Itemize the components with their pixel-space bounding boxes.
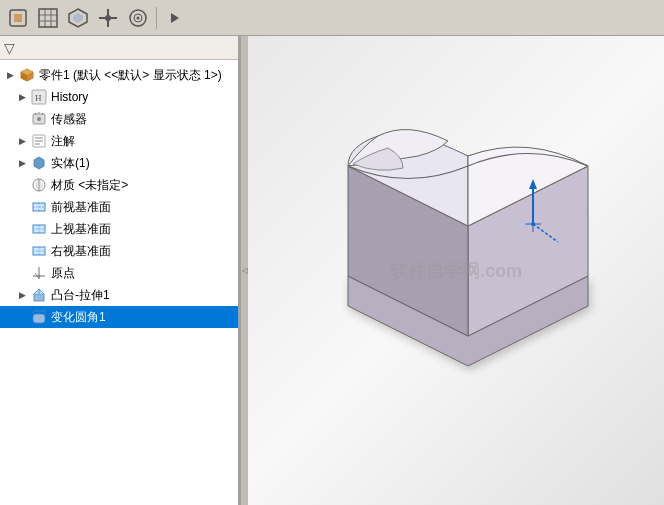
svg-rect-43 xyxy=(33,314,45,323)
svg-marker-14 xyxy=(171,13,179,23)
root-expand-arrow[interactable]: ▶ xyxy=(4,70,16,80)
svg-rect-1 xyxy=(39,9,57,27)
solid-icon xyxy=(30,154,48,172)
material-icon xyxy=(30,176,48,194)
toolbar xyxy=(0,0,664,36)
root-label: 零件1 (默认 <<默认> 显示状态 1>) xyxy=(39,67,222,84)
extrude-icon xyxy=(30,286,48,304)
drawing-toolbar-btn[interactable] xyxy=(124,4,152,32)
origin-icon xyxy=(30,264,48,282)
main-layout: ▽ ▶ 零件1 (默认 <<默认> 显示状态 1>) xyxy=(0,0,664,505)
svg-point-18 xyxy=(37,117,41,121)
tree-item-fillet[interactable]: ▶ 变化圆角1 xyxy=(0,306,238,328)
history-expand-arrow[interactable]: ▶ xyxy=(16,92,28,102)
solid-expand-arrow[interactable]: ▶ xyxy=(16,158,28,168)
extrude-label: 凸台-拉伸1 xyxy=(51,287,110,304)
content-area: ▽ ▶ 零件1 (默认 <<默认> 显示状态 1>) xyxy=(0,36,664,505)
history-label: History xyxy=(51,90,88,104)
svg-text:H: H xyxy=(35,93,42,103)
fillet-label: 变化圆角1 xyxy=(51,309,106,326)
more-toolbar-btn[interactable] xyxy=(161,4,189,32)
toolbar-separator xyxy=(156,7,157,29)
tree-item-extrude[interactable]: ▶ 凸台-拉伸1 xyxy=(0,284,238,306)
svg-rect-41 xyxy=(34,294,44,301)
tree-item-material[interactable]: ▶ 材质 <未指定> xyxy=(0,174,238,196)
feature-toolbar-btn[interactable] xyxy=(64,4,92,32)
right-plane-icon xyxy=(30,242,48,260)
filter-icon[interactable]: ▽ xyxy=(4,40,15,56)
tree-item-front-plane[interactable]: ▶ 前视基准面 xyxy=(0,196,238,218)
3d-model-svg xyxy=(288,66,658,406)
tree-item-sensor[interactable]: ▶ 传感器 xyxy=(0,108,238,130)
solid-label: 实体(1) xyxy=(51,155,90,172)
part-icon xyxy=(18,66,36,84)
tree-item-annotation[interactable]: ▶ 注解 xyxy=(0,130,238,152)
history-icon: H xyxy=(30,88,48,106)
panel-collapse-handle[interactable] xyxy=(240,36,248,505)
svg-point-40 xyxy=(38,275,41,278)
extrude-expand-arrow[interactable]: ▶ xyxy=(16,290,28,300)
top-plane-icon xyxy=(30,220,48,238)
svg-marker-7 xyxy=(73,13,83,23)
material-label: 材质 <未指定> xyxy=(51,177,128,194)
tree-item-history[interactable]: ▶ H History xyxy=(0,86,238,108)
fillet-icon xyxy=(30,308,48,326)
sensor-icon xyxy=(30,110,48,128)
part-toolbar-btn[interactable] xyxy=(4,4,32,32)
sketch-toolbar-btn[interactable] xyxy=(34,4,62,32)
filter-bar: ▽ xyxy=(0,36,238,60)
tree-item-top-plane[interactable]: ▶ 上视基准面 xyxy=(0,218,238,240)
annotation-expand-arrow[interactable]: ▶ xyxy=(16,136,28,146)
svg-point-10 xyxy=(105,15,111,21)
annotation-icon xyxy=(30,132,48,150)
feature-tree-panel: ▽ ▶ 零件1 (默认 <<默认> 显示状态 1>) xyxy=(0,36,240,505)
svg-point-13 xyxy=(137,16,140,19)
feature-tree: ▶ 零件1 (默认 <<默认> 显示状态 1>) ▶ xyxy=(0,60,238,505)
origin-label: 原点 xyxy=(51,265,75,282)
tree-root[interactable]: ▶ 零件1 (默认 <<默认> 显示状态 1>) xyxy=(0,64,238,86)
tree-item-right-plane[interactable]: ▶ 右视基准面 xyxy=(0,240,238,262)
top-plane-label: 上视基准面 xyxy=(51,221,111,238)
tree-item-origin[interactable]: ▶ 原点 xyxy=(0,262,238,284)
viewport-panel: 软件自学网.com xyxy=(248,36,664,505)
assembly-toolbar-btn[interactable] xyxy=(94,4,122,32)
front-plane-icon xyxy=(30,198,48,216)
sensor-label: 传感器 xyxy=(51,111,87,128)
3d-viewport[interactable]: 软件自学网.com xyxy=(248,36,664,505)
annotation-label: 注解 xyxy=(51,133,75,150)
tree-item-solid[interactable]: ▶ 实体(1) xyxy=(0,152,238,174)
front-plane-label: 前视基准面 xyxy=(51,199,111,216)
right-plane-label: 右视基准面 xyxy=(51,243,111,260)
